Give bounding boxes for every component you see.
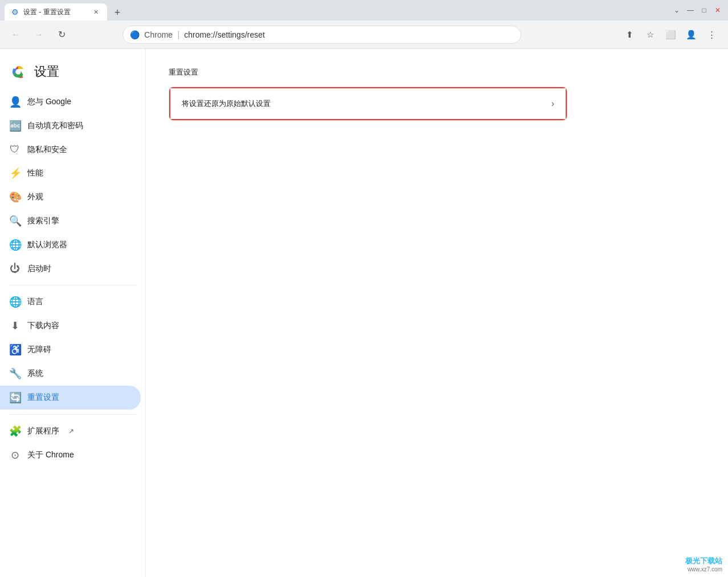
defaultbrowser-icon: 🌐 [9,239,21,251]
page-content: 重置设置 将设置还原为原始默认设置 › [146,49,728,577]
menu-button[interactable]: ⋮ [703,26,721,44]
sidebar-group-1: 👤您与 Google🔤自动填充和密码🛡隐私和安全⚡性能🎨外观🔍搜索引擎🌐默认浏览… [0,90,145,280]
reset-icon: 🔄 [9,391,21,404]
sidebar-divider-1 [9,285,136,285]
address-bar: ← → ↻ 🔵 Chrome | chrome://settings/reset… [0,21,728,49]
sidebar-item-appearance[interactable]: 🎨外观 [0,185,141,209]
reset-item-label: 将设置还原为原始默认设置 [182,99,271,109]
sidebar-group-2: 🌐语言⬇下载内容♿无障碍🔧系统🔄重置设置 [0,290,145,410]
reset-card: 将设置还原为原始默认设置 › [169,87,567,121]
browser-window: ⚙ 设置 - 重置设置 ✕ + ⌄ — □ ✕ ← → ↻ 🔵 Chrome |… [0,0,728,577]
address-bar-right: ⬆ ☆ ⬜ 👤 ⋮ [621,26,721,44]
sidebar-item-label-search: 搜索引擎 [27,216,59,226]
sidebar-item-startup[interactable]: ⏻启动时 [0,257,141,280]
external-link-icon: ↗ [68,427,74,435]
downloads-icon: ⬇ [9,320,21,332]
sidebar-item-label-system: 系统 [27,369,43,379]
sidebar-item-performance[interactable]: ⚡性能 [0,161,141,185]
reload-button[interactable]: ↻ [52,26,71,44]
active-tab[interactable]: ⚙ 设置 - 重置设置 ✕ [5,3,107,21]
about-icon: ⊙ [9,449,21,461]
sidebar-item-label-language: 语言 [27,297,43,307]
address-security-icon: 🔵 [130,30,140,39]
system-icon: 🔧 [9,367,21,380]
collapse-button[interactable]: ⌄ [671,5,682,16]
language-icon: 🌐 [9,296,21,308]
watermark-line2: www.xz7.com [688,566,722,572]
tab-switcher-button[interactable]: ⬜ [662,26,680,44]
sidebar-item-system[interactable]: 🔧系统 [0,362,141,386]
share-button[interactable]: ⬆ [621,26,639,44]
watermark: 极光下载站 www.xz7.com [685,556,722,572]
sidebar-title: 设置 [34,63,59,80]
bookmark-button[interactable]: ☆ [641,26,660,44]
sidebar-item-label-accessibility: 无障碍 [27,345,51,355]
sidebar-item-accessibility[interactable]: ♿无障碍 [0,338,141,362]
watermark-line1: 极光下载站 [685,556,722,566]
address-brand: Chrome [144,30,173,39]
reset-item-arrow-icon: › [551,99,554,109]
forward-button[interactable]: → [30,26,48,44]
sidebar-divider-2 [9,414,136,415]
section-title: 重置设置 [169,67,705,77]
sidebar-item-downloads[interactable]: ⬇下载内容 [0,314,141,338]
privacy-icon: 🛡 [9,144,21,155]
performance-icon: ⚡ [9,167,21,179]
sidebar-item-label-defaultbrowser: 默认浏览器 [27,240,67,250]
sidebar-item-extensions[interactable]: 🧩扩展程序↗ [0,419,141,443]
sidebar-item-label-downloads: 下载内容 [27,321,59,331]
address-path: chrome://settings/reset [184,30,265,39]
sidebar-item-autofill[interactable]: 🔤自动填充和密码 [0,114,141,138]
sidebar-item-label-startup: 启动时 [27,264,51,274]
tab-gear-icon: ⚙ [11,7,19,17]
sidebar-item-label-appearance: 外观 [27,192,43,202]
profile-button[interactable]: 👤 [682,26,701,44]
sidebar-item-label-about: 关于 Chrome [27,450,74,460]
sidebar-item-label-reset: 重置设置 [27,392,59,403]
title-bar-controls: ⌄ — □ ✕ [671,5,723,16]
sidebar-item-privacy[interactable]: 🛡隐私和安全 [0,138,141,161]
reset-to-defaults-button[interactable]: 将设置还原为原始默认设置 › [169,87,567,120]
sidebar-group-3: 🧩扩展程序↗⊙关于 Chrome [0,419,145,467]
sidebar-item-about[interactable]: ⊙关于 Chrome [0,443,141,467]
search-icon: 🔍 [9,215,21,227]
sidebar-item-google[interactable]: 👤您与 Google [0,90,141,114]
sidebar-item-label-google: 您与 Google [27,97,71,107]
sidebar-item-language[interactable]: 🌐语言 [0,290,141,314]
sidebar-item-defaultbrowser[interactable]: 🌐默认浏览器 [0,233,141,257]
autofill-icon: 🔤 [9,120,21,132]
sidebar-item-label-privacy: 隐私和安全 [27,145,67,155]
sidebar-item-label-autofill: 自动填充和密码 [27,121,83,131]
appearance-icon: 🎨 [9,191,21,203]
tab-bar: ⚙ 设置 - 重置设置 ✕ + [5,0,125,21]
google-icon: 👤 [9,96,21,108]
address-input[interactable]: 🔵 Chrome | chrome://settings/reset [122,26,521,44]
sidebar-item-label-extensions: 扩展程序 [27,426,59,436]
maximize-button[interactable]: □ [698,5,710,16]
tab-close-button[interactable]: ✕ [91,7,100,17]
minimize-button[interactable]: — [685,5,696,16]
new-tab-button[interactable]: + [109,5,125,21]
chrome-logo-icon [9,63,27,81]
accessibility-icon: ♿ [9,343,21,356]
tab-title: 设置 - 重置设置 [23,7,71,17]
close-window-button[interactable]: ✕ [712,5,723,16]
address-separator: | [177,30,179,40]
title-bar: ⚙ 设置 - 重置设置 ✕ + ⌄ — □ ✕ [0,0,728,21]
main-content: 设置 👤您与 Google🔤自动填充和密码🛡隐私和安全⚡性能🎨外观🔍搜索引擎🌐默… [0,49,728,577]
startup-icon: ⏻ [9,263,21,275]
sidebar-item-label-performance: 性能 [27,168,43,178]
sidebar-header: 设置 [0,58,145,90]
svg-point-1 [16,69,21,74]
extensions-icon: 🧩 [9,425,21,437]
sidebar: 设置 👤您与 Google🔤自动填充和密码🛡隐私和安全⚡性能🎨外观🔍搜索引擎🌐默… [0,49,146,577]
sidebar-item-reset[interactable]: 🔄重置设置 [0,386,141,410]
back-button[interactable]: ← [7,26,25,44]
sidebar-item-search[interactable]: 🔍搜索引擎 [0,209,141,233]
